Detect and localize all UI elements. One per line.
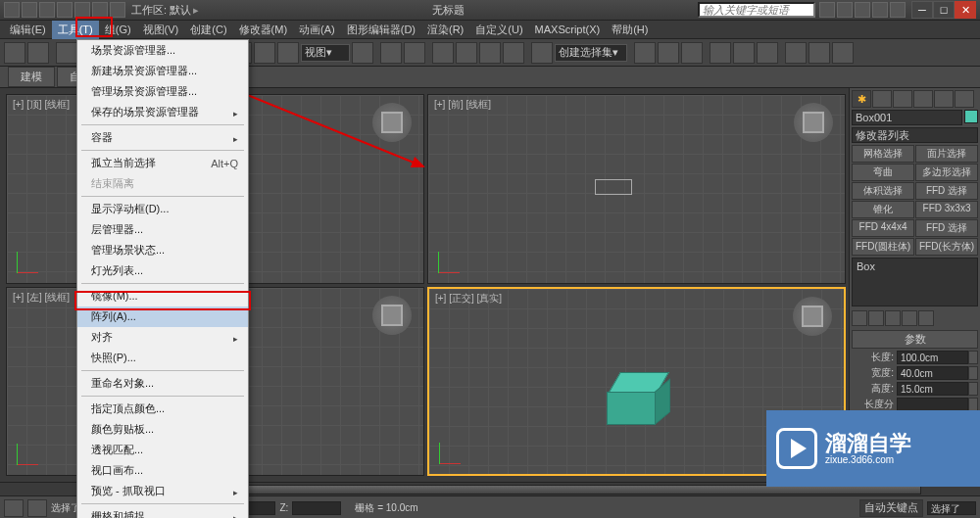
menu-render[interactable]: 渲染(R) <box>421 21 469 39</box>
viewcube-icon[interactable] <box>794 103 833 142</box>
mirror-button[interactable] <box>634 42 656 64</box>
open-icon[interactable] <box>39 2 55 18</box>
close-button[interactable]: ✕ <box>955 1 976 19</box>
curveeditor-button[interactable] <box>710 42 731 64</box>
object-name-field[interactable]: Box001 <box>852 110 962 125</box>
utilities-tab-icon[interactable] <box>955 90 974 108</box>
maximize-button[interactable]: □ <box>933 1 955 19</box>
menu-modifiers[interactable]: 修改器(M) <box>233 21 294 39</box>
viewcube-icon[interactable] <box>372 296 412 335</box>
mod-patchselect[interactable]: 面片选择 <box>915 145 978 163</box>
menu-item-5[interactable]: 孤立当前选择Alt+Q <box>77 153 248 173</box>
menu-item-18[interactable]: 透视匹配... <box>77 440 248 460</box>
isolate-icon[interactable] <box>27 499 47 517</box>
menu-maxscript[interactable]: MAXScript(X) <box>529 22 607 37</box>
object-color-swatch[interactable] <box>964 110 978 123</box>
box3d-mesh[interactable] <box>604 372 662 426</box>
menu-item-13[interactable]: 对齐 <box>77 327 248 348</box>
menu-item-12[interactable]: 阵列(A)... <box>77 306 248 327</box>
lock-icon[interactable] <box>4 499 24 517</box>
schematic-button[interactable] <box>733 42 755 64</box>
rotate-button[interactable] <box>254 42 275 64</box>
menu-animation[interactable]: 动画(A) <box>293 21 341 39</box>
renderframe-button[interactable] <box>808 42 830 64</box>
selset-combo[interactable]: 创建选择集▾ <box>555 44 627 62</box>
search-input[interactable] <box>698 2 815 18</box>
favorites-icon[interactable] <box>855 2 870 18</box>
new-icon[interactable] <box>22 2 37 18</box>
mod-ffd4[interactable]: FFD 4x4x4 <box>852 219 914 237</box>
pivot-button[interactable] <box>352 42 373 64</box>
menu-customize[interactable]: 自定义(U) <box>469 21 528 39</box>
undo-icon[interactable] <box>74 2 90 18</box>
spinner-snap-button[interactable] <box>503 42 524 64</box>
pin-stack-icon[interactable] <box>852 310 867 326</box>
redo-button[interactable] <box>27 42 49 64</box>
render-button[interactable] <box>832 42 854 64</box>
mod-taper[interactable]: 锥化 <box>852 201 914 218</box>
mod-ffdbox[interactable]: FFD(长方体) <box>915 238 978 256</box>
menu-help[interactable]: 帮助(H) <box>606 21 654 39</box>
params-rollout[interactable]: 参数 <box>852 330 978 349</box>
menu-item-3[interactable]: 保存的场景资源管理器 <box>77 102 248 122</box>
selectmanip-button[interactable] <box>380 42 402 64</box>
menu-item-15[interactable]: 重命名对象... <box>77 373 248 394</box>
menu-group[interactable]: 组(G) <box>99 21 137 39</box>
menu-view[interactable]: 视图(V) <box>137 21 185 39</box>
viewport-front[interactable]: [+] [前] [线框] <box>427 94 846 284</box>
keymode-combo[interactable]: 选择了 <box>927 501 976 515</box>
menu-item-7[interactable]: 显示浮动框(D)... <box>77 199 248 219</box>
scale-button[interactable] <box>277 42 299 64</box>
link-icon[interactable] <box>110 2 125 18</box>
keyboard-button[interactable] <box>404 42 425 64</box>
menu-item-14[interactable]: 快照(P)... <box>77 348 248 368</box>
rendersetup-button[interactable] <box>785 42 807 64</box>
hierarchy-tab-icon[interactable] <box>893 90 912 108</box>
menu-item-20[interactable]: 预览 - 抓取视口 <box>77 481 248 501</box>
menu-create[interactable]: 创建(C) <box>184 21 232 39</box>
unique-icon[interactable] <box>885 310 901 326</box>
menu-item-11[interactable]: 镜像(M)... <box>77 286 248 306</box>
link-button[interactable] <box>56 42 77 64</box>
spinner-icon[interactable] <box>968 398 978 411</box>
menu-item-1[interactable]: 新建场景资源管理器... <box>77 61 248 81</box>
align-button[interactable] <box>658 42 679 64</box>
menu-item-10[interactable]: 灯光列表... <box>77 260 248 281</box>
app-icon[interactable] <box>4 2 20 18</box>
mod-ffdcyl[interactable]: FFD(圆柱体) <box>852 238 914 256</box>
menu-edit[interactable]: 编辑(E) <box>4 21 52 39</box>
mod-ffdsel2[interactable]: FFD 选择 <box>915 219 978 237</box>
modify-tab-icon[interactable] <box>872 90 892 108</box>
help-icon[interactable] <box>819 2 835 18</box>
spinner-icon[interactable] <box>968 366 978 380</box>
refcoord-combo[interactable]: 视图▾ <box>301 44 350 62</box>
viewcube-icon[interactable] <box>793 297 832 336</box>
viewcube-icon[interactable] <box>372 103 412 142</box>
mod-ffd3[interactable]: FFD 3x3x3 <box>915 201 978 218</box>
undo-button[interactable] <box>4 42 25 64</box>
cloud-icon[interactable] <box>890 2 906 18</box>
mod-volselect[interactable]: 体积选择 <box>852 182 914 200</box>
config-icon[interactable] <box>918 310 934 326</box>
menu-item-17[interactable]: 颜色剪贴板... <box>77 419 248 440</box>
menu-tools[interactable]: 工具(T) <box>52 21 99 39</box>
modifier-list-combo[interactable]: 修改器列表 <box>852 127 978 143</box>
menu-item-2[interactable]: 管理场景资源管理器... <box>77 81 248 102</box>
menu-item-16[interactable]: 指定顶点颜色... <box>77 399 248 419</box>
show-end-icon[interactable] <box>868 310 884 326</box>
motion-tab-icon[interactable] <box>913 90 933 108</box>
menu-item-21[interactable]: 栅格和捕捉 <box>77 506 248 518</box>
material-button[interactable] <box>757 42 778 64</box>
modifier-stack[interactable]: Box <box>852 258 978 306</box>
menu-item-19[interactable]: 视口画布... <box>77 460 248 481</box>
spinner-icon[interactable] <box>968 382 978 396</box>
menu-item-6[interactable]: 结束隔离 <box>77 173 248 194</box>
autokey-button[interactable]: 自动关键点 <box>859 499 923 517</box>
create-tab-icon[interactable]: ✱ <box>852 90 871 108</box>
menu-grapheditors[interactable]: 图形编辑器(D) <box>341 21 421 39</box>
spinner-icon[interactable] <box>968 351 978 364</box>
snap-button[interactable] <box>432 42 454 64</box>
minimize-button[interactable]: ─ <box>911 1 933 19</box>
menu-item-8[interactable]: 层管理器... <box>77 219 248 240</box>
layers-button[interactable] <box>681 42 703 64</box>
